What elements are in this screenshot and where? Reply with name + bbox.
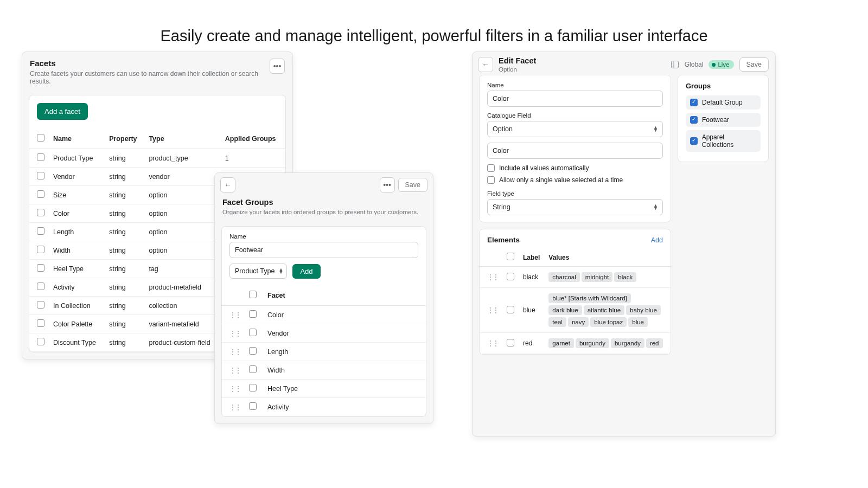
fieldtype-select[interactable]: String ▲▼ xyxy=(487,199,663,215)
value-tag[interactable]: teal xyxy=(548,317,566,327)
row-checkbox[interactable] xyxy=(249,310,257,318)
value-tag[interactable]: black xyxy=(614,272,636,282)
row-checkbox[interactable] xyxy=(249,365,257,373)
value-tag[interactable]: charcoal xyxy=(548,272,579,282)
drag-handle-icon[interactable]: ⋮⋮ xyxy=(229,403,240,411)
row-checkbox[interactable] xyxy=(37,227,44,235)
cell-name: In Collection xyxy=(49,297,105,315)
value-tag[interactable]: garnet xyxy=(548,338,574,348)
drag-handle-icon[interactable]: ⋮⋮ xyxy=(229,348,240,356)
select-all-checkbox[interactable] xyxy=(37,134,44,142)
row-checkbox[interactable] xyxy=(507,339,514,346)
sidebar-toggle-icon[interactable] xyxy=(671,60,679,69)
col-values: Values xyxy=(544,248,671,267)
value-tag[interactable]: blue* [Starts with Wildcard] xyxy=(548,293,630,303)
row-checkbox[interactable] xyxy=(37,209,44,216)
value-tag[interactable]: navy xyxy=(568,317,589,327)
value-tag[interactable]: blue xyxy=(628,317,648,327)
more-icon[interactable]: ••• xyxy=(270,59,285,74)
row-checkbox[interactable] xyxy=(249,347,257,355)
row-checkbox[interactable] xyxy=(507,306,514,313)
value-tag[interactable]: dark blue xyxy=(548,305,582,315)
group-chip[interactable]: Default Group xyxy=(686,95,761,110)
table-row[interactable]: ⋮⋮ Width xyxy=(222,361,426,380)
row-checkbox[interactable] xyxy=(37,246,44,253)
select-all-checkbox[interactable] xyxy=(249,291,257,298)
more-icon[interactable]: ••• xyxy=(380,177,395,192)
drag-handle-icon[interactable]: ⋮⋮ xyxy=(229,311,240,319)
group-name-input[interactable] xyxy=(229,242,418,258)
table-row[interactable]: ⋮⋮ Vendor xyxy=(222,324,426,343)
table-row[interactable]: ⋮⋮ blue blue* [Starts with Wildcard]dark… xyxy=(480,288,671,333)
select-all-checkbox[interactable] xyxy=(507,253,514,260)
row-checkbox[interactable] xyxy=(249,402,257,410)
row-checkbox[interactable] xyxy=(37,282,44,290)
row-checkbox[interactable] xyxy=(37,301,44,309)
row-checkbox[interactable] xyxy=(37,264,44,272)
row-checkbox[interactable] xyxy=(37,172,44,179)
name-label: Name xyxy=(487,82,663,88)
groups-card: Groups Default GroupFootwearApparel Coll… xyxy=(678,75,769,162)
group-chip[interactable]: Apparel Collections xyxy=(686,130,761,152)
table-row[interactable]: ⋮⋮ black charcoalmidnightblack xyxy=(480,267,671,288)
facet-picker-select[interactable]: Product Type ▲▼ xyxy=(229,264,287,279)
add-facet-to-group-button[interactable]: Add xyxy=(292,264,320,279)
drag-handle-icon[interactable]: ⋮⋮ xyxy=(229,330,240,337)
table-row[interactable]: Product Type string product_type 1 xyxy=(29,149,285,168)
catalogue-subfield-input[interactable] xyxy=(487,143,663,159)
table-row[interactable]: ⋮⋮ Heel Type xyxy=(222,380,426,398)
row-checkbox[interactable] xyxy=(37,153,44,161)
value-tag[interactable]: burgandy xyxy=(611,338,644,348)
table-row[interactable]: ⋮⋮ Activity xyxy=(222,398,426,416)
row-checkbox[interactable] xyxy=(249,384,257,391)
value-tag[interactable]: atlantic blue xyxy=(584,305,624,315)
back-icon[interactable]: ← xyxy=(220,177,235,192)
table-row[interactable]: ⋮⋮ Length xyxy=(222,343,426,361)
group-checkbox[interactable] xyxy=(690,116,698,124)
row-checkbox[interactable] xyxy=(507,273,514,280)
drag-handle-icon[interactable]: ⋮⋮ xyxy=(487,273,498,281)
value-tag[interactable]: burgundy xyxy=(576,338,609,348)
sort-icon: ▲▼ xyxy=(653,204,658,210)
elements-card: Elements Add Label Values ⋮⋮ black cha xyxy=(479,229,671,355)
col-name: Name xyxy=(49,129,105,149)
drag-handle-icon[interactable]: ⋮⋮ xyxy=(487,306,498,314)
row-checkbox[interactable] xyxy=(37,319,44,327)
table-row[interactable]: ⋮⋮ red garnetburgundyburgandyred xyxy=(480,333,671,354)
value-tag[interactable]: blue topaz xyxy=(590,317,627,327)
add-facet-button[interactable]: Add a facet xyxy=(37,103,88,120)
catalogue-field-select[interactable]: Option ▲▼ xyxy=(487,121,663,137)
group-chip[interactable]: Footwear xyxy=(686,113,761,127)
value-tag[interactable]: midnight xyxy=(582,272,612,282)
row-checkbox[interactable] xyxy=(37,338,44,345)
back-icon[interactable]: ← xyxy=(478,57,493,72)
row-checkbox[interactable] xyxy=(249,329,257,336)
drag-handle-icon[interactable]: ⋮⋮ xyxy=(229,367,240,374)
cell-property: string xyxy=(105,297,144,315)
cell-name: Color Palette xyxy=(49,315,105,333)
cell-type: collection xyxy=(144,297,220,315)
fieldtype-label: Field type xyxy=(487,190,663,197)
cell-property: string xyxy=(105,223,144,241)
drag-handle-icon[interactable]: ⋮⋮ xyxy=(229,385,240,393)
cell-property: string xyxy=(105,149,144,168)
group-checkbox[interactable] xyxy=(690,99,698,106)
table-row[interactable]: ⋮⋮ Color xyxy=(222,306,426,324)
col-facet: Facet xyxy=(263,285,426,306)
save-button[interactable]: Save xyxy=(398,178,428,192)
group-checkbox[interactable] xyxy=(690,137,698,145)
cell-name: Size xyxy=(49,186,105,204)
facet-name-input[interactable] xyxy=(487,91,663,107)
drag-handle-icon[interactable]: ⋮⋮ xyxy=(487,339,498,347)
edit-facet-title: Edit Facet xyxy=(499,56,665,65)
cell-type: product_type xyxy=(144,149,220,168)
single-value-checkbox[interactable] xyxy=(487,176,495,184)
add-element-link[interactable]: Add xyxy=(651,236,663,244)
row-checkbox[interactable] xyxy=(37,190,44,198)
include-all-checkbox[interactable] xyxy=(487,164,495,172)
value-tag[interactable]: red xyxy=(646,338,663,348)
save-button[interactable]: Save xyxy=(739,57,769,72)
value-tag[interactable]: baby blue xyxy=(626,305,661,315)
group-name: Default Group xyxy=(702,99,743,106)
cell-name: Length xyxy=(49,223,105,241)
